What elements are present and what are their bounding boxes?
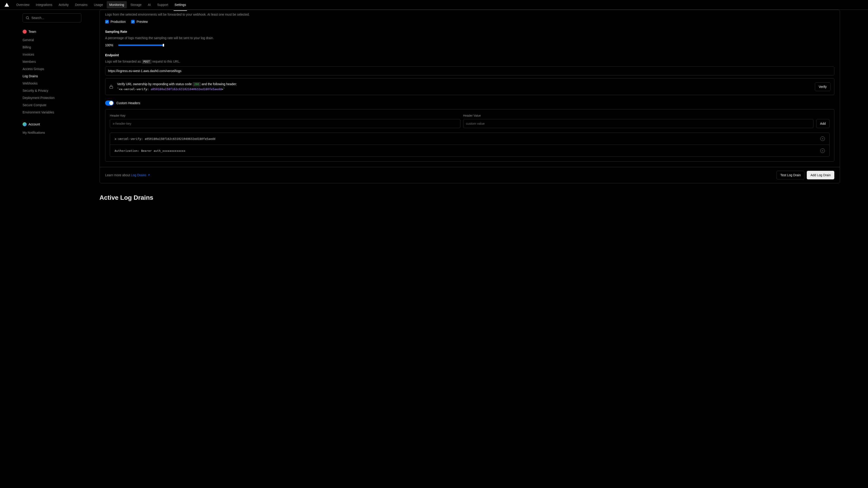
- account-section-label: Account: [23, 121, 81, 128]
- env-description: Logs from the selected environments will…: [105, 13, 834, 16]
- verify-text-mid: and the following header:: [201, 82, 237, 86]
- custom-headers-label: Custom Headers: [116, 101, 140, 105]
- headers-list: x-vercel-verify: a050180a158f162c6310210…: [110, 133, 830, 157]
- svg-point-0: [26, 17, 29, 19]
- verify-header-prefix: <x-vercel-verify:: [119, 88, 151, 91]
- nav-item-ai[interactable]: AI: [145, 1, 153, 8]
- production-label: Production: [111, 20, 126, 24]
- sidebar-item-invoices[interactable]: Invoices: [23, 51, 81, 58]
- main-content: Logs from the selected environments will…: [81, 10, 845, 210]
- sidebar-item-members[interactable]: Members: [23, 58, 81, 65]
- top-nav: OverviewIntegrationsActivityDomainsUsage…: [0, 0, 868, 10]
- verify-callout: Verify URL ownership by responding with …: [105, 78, 834, 95]
- production-checkbox[interactable]: Production: [105, 20, 126, 24]
- footer-link-text: Log Drains: [131, 173, 147, 177]
- add-header-button[interactable]: Add: [816, 119, 830, 128]
- nav-item-integrations[interactable]: Integrations: [33, 1, 55, 8]
- header-key-input[interactable]: [110, 119, 460, 128]
- verify-header-suffix: >: [221, 88, 223, 91]
- sampling-slider[interactable]: [118, 44, 163, 46]
- checkbox-checked-icon: [131, 20, 135, 24]
- close-icon: [822, 138, 824, 140]
- endpoint-method-pill: POST: [142, 60, 151, 64]
- nav-item-settings[interactable]: Settings: [172, 1, 189, 8]
- endpoint-title: Endpoint: [105, 53, 834, 57]
- team-section-label: Team: [23, 28, 81, 35]
- preview-checkbox[interactable]: Preview: [131, 20, 148, 24]
- log-drains-doc-link[interactable]: Log Drains: [131, 173, 151, 177]
- nav-item-monitoring[interactable]: Monitoring: [107, 1, 127, 8]
- log-drain-form-card: Logs from the selected environments will…: [99, 10, 840, 183]
- checkbox-checked-icon: [105, 20, 109, 24]
- slider-handle[interactable]: [163, 44, 164, 46]
- nav-item-overview[interactable]: Overview: [13, 1, 32, 8]
- search-icon: [26, 16, 30, 20]
- sidebar-item-log-drains[interactable]: Log Drains: [23, 72, 81, 80]
- header-row: x-vercel-verify: a050180a158f162c6310210…: [110, 133, 829, 144]
- verify-header-line: `<x-vercel-verify: a050180a158f162c63102…: [117, 88, 225, 91]
- header-key-label: Header Key: [110, 114, 460, 117]
- footer-learn-text: Learn more about: [105, 173, 130, 177]
- endpoint-url-input[interactable]: [105, 66, 834, 75]
- preview-label: Preview: [136, 20, 148, 24]
- active-log-drains-heading: Active Log Drains: [99, 194, 840, 201]
- nav-item-activity[interactable]: Activity: [56, 1, 71, 8]
- sidebar-item-billing[interactable]: Billing: [23, 43, 81, 51]
- custom-headers-panel: Header Key Header Value Add x-vercel-ver…: [105, 109, 834, 162]
- sidebar: Team GeneralBillingInvoicesMembersAccess…: [23, 10, 81, 210]
- header-row: Authorization: Bearer auth_xxxxxxxxxxxxx: [110, 144, 829, 157]
- remove-header-button[interactable]: [820, 149, 825, 153]
- endpoint-desc-suffix: request to this URL.: [152, 60, 180, 63]
- verify-button[interactable]: Verify: [815, 83, 831, 91]
- card-footer: Learn more about Log Drains Test Log Dra…: [100, 167, 840, 183]
- verify-text-prefix: Verify URL ownership by responding with …: [117, 82, 193, 86]
- nav-item-domains[interactable]: Domains: [72, 1, 90, 8]
- verify-token: a050180a158f162c631021040632ed180fe5aedd: [151, 88, 221, 91]
- endpoint-desc-prefix: Logs will be forwarded as: [105, 60, 142, 63]
- sidebar-item-general[interactable]: General: [23, 36, 81, 43]
- sampling-title: Sampling Rate: [105, 30, 834, 33]
- header-value-input[interactable]: [463, 119, 814, 128]
- header-row-text: Authorization: Bearer auth_xxxxxxxxxxxxx: [115, 149, 820, 153]
- sidebar-item-secure-compute[interactable]: Secure Compute: [23, 101, 81, 109]
- custom-headers-toggle[interactable]: [105, 101, 114, 105]
- sidebar-item-my-notifications[interactable]: My Notifications: [23, 129, 81, 136]
- lock-icon: [109, 85, 114, 89]
- sidebar-search[interactable]: [23, 13, 81, 22]
- endpoint-description: Logs will be forwarded as POST request t…: [105, 60, 834, 63]
- nav-item-storage[interactable]: Storage: [128, 1, 144, 8]
- sidebar-item-access-groups[interactable]: Access Groups: [23, 65, 81, 72]
- sidebar-item-security-privacy[interactable]: Security & Privacy: [23, 87, 81, 94]
- external-link-icon: [147, 173, 150, 177]
- sidebar-item-webhooks[interactable]: Webhooks: [23, 80, 81, 87]
- remove-header-button[interactable]: [820, 136, 825, 141]
- toggle-knob: [109, 101, 113, 105]
- close-icon: [822, 150, 824, 152]
- sidebar-item-deployment-protection[interactable]: Deployment Protection: [23, 94, 81, 101]
- svg-rect-1: [110, 87, 113, 88]
- search-input[interactable]: [31, 16, 79, 20]
- test-log-drain-button[interactable]: Test Log Drain: [776, 171, 804, 180]
- team-avatar: [23, 30, 27, 34]
- team-label-text: Team: [29, 30, 36, 33]
- nav-item-support[interactable]: Support: [154, 1, 171, 8]
- nav-item-usage[interactable]: Usage: [91, 1, 105, 8]
- add-log-drain-button[interactable]: Add Log Drain: [807, 171, 834, 180]
- verify-status-code: 200: [193, 82, 201, 86]
- account-avatar: [23, 122, 27, 126]
- header-value-label: Header Value: [463, 114, 814, 117]
- sampling-value: 100%: [105, 43, 115, 47]
- header-row-text: x-vercel-verify: a050180a158f162c6310210…: [115, 137, 820, 140]
- sidebar-item-environment-variables[interactable]: Environment Variables: [23, 109, 81, 116]
- sampling-description: A percentage of logs matching the sampli…: [105, 36, 834, 40]
- vercel-logo[interactable]: [4, 3, 9, 7]
- account-label-text: Account: [29, 123, 40, 126]
